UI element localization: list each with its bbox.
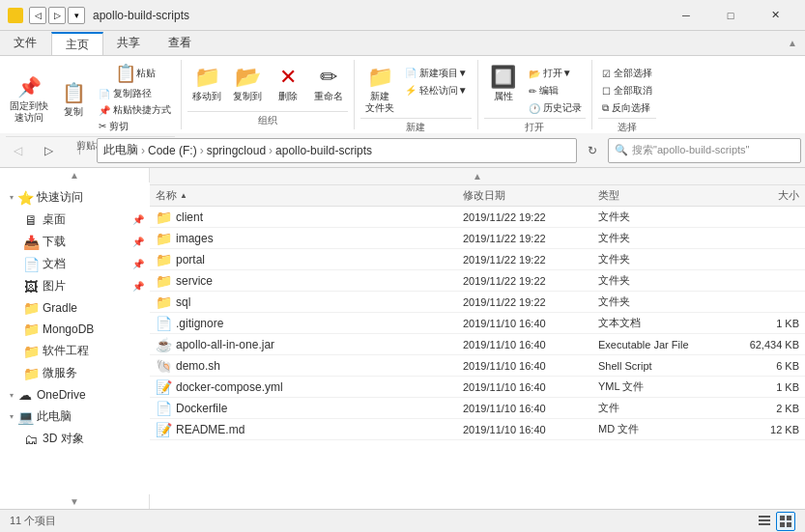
ribbon-collapse-btn[interactable]: ▲: [784, 36, 801, 50]
documents-icon: 📄: [23, 257, 39, 272]
sidebar-item-thispc[interactable]: ▾ 💻 此电脑: [0, 406, 150, 428]
col-header-size[interactable]: 大小: [728, 188, 805, 203]
ribbon-tab-share[interactable]: 共享: [103, 31, 155, 55]
ribbon-group-organize: 📁 移动到 📂 复制到 ✕ 删除 ✏ 重命名 组织: [182, 60, 355, 129]
file-size-cell: 2 KB: [728, 403, 805, 414]
sidebar-item-onedrive[interactable]: ▾ ☁ OneDrive: [0, 384, 150, 406]
sidebar-item-quick-access[interactable]: ▾ ⭐ 快速访问: [0, 186, 150, 209]
sidebar-item-documents[interactable]: 📄 文档 📌: [0, 253, 150, 275]
ribbon-btn-paste-shortcut[interactable]: 📌 粘贴快捷方式: [95, 102, 175, 118]
file-name: README.md: [176, 423, 244, 436]
file-type-cell: YML 文件: [592, 379, 728, 394]
3dobjects-icon: 🗂: [23, 432, 39, 447]
sidebar-item-mongodb[interactable]: 📁 MongoDB: [0, 319, 150, 340]
table-row[interactable]: 📁 client 2019/11/22 19:22 文件夹: [150, 207, 805, 228]
table-row[interactable]: ☕ apollo-all-in-one.jar 2019/11/10 16:40…: [150, 334, 805, 355]
new-folder-icon: 📁: [366, 64, 393, 91]
minimize-button[interactable]: ─: [664, 0, 708, 31]
up-button[interactable]: ↑: [66, 138, 93, 163]
ribbon-btn-edit[interactable]: ✏ 编辑: [525, 83, 586, 98]
table-row[interactable]: 📄 .gitignore 2019/11/10 16:40 文本文档 1 KB: [150, 313, 805, 334]
ribbon-btn-history[interactable]: 🕐 历史记录: [525, 100, 586, 116]
sidebar-item-software[interactable]: 📁 软件工程: [0, 340, 150, 362]
search-box[interactable]: 🔍 搜索"apollo-build-scripts": [608, 138, 801, 163]
ribbon-btn-copy[interactable]: 📋 复制: [54, 62, 93, 134]
sidebar-item-pictures[interactable]: 🖼 图片 📌: [0, 275, 150, 297]
list-view-btn[interactable]: [776, 512, 795, 531]
sidebar-scroll-up[interactable]: ▲: [0, 168, 149, 182]
table-row[interactable]: 📁 sql 2019/11/22 19:22 文件夹: [150, 292, 805, 313]
ribbon-btn-copyto[interactable]: 📂 复制到: [228, 62, 267, 104]
file-name: service: [176, 274, 213, 288]
table-row[interactable]: 📄 Dockerfile 2019/11/10 16:40 文件 2 KB: [150, 398, 805, 419]
app-icon: [8, 8, 23, 23]
ribbon-btn-invert-select[interactable]: ⧉ 反向选择: [598, 100, 654, 116]
quick-btn-back[interactable]: ◁: [29, 7, 46, 24]
ribbon-tab-view[interactable]: 查看: [155, 31, 206, 55]
address-box[interactable]: 此电脑 › Code (F:) › springcloud › apollo-b…: [97, 138, 577, 163]
refresh-button[interactable]: ↻: [581, 138, 604, 163]
close-button[interactable]: ✕: [753, 0, 797, 31]
file-name-cell: 📁 portal: [150, 252, 457, 267]
ribbon-btn-pin[interactable]: 📌 固定到快速访问: [6, 62, 52, 134]
history-icon: 🕐: [529, 103, 540, 114]
table-row[interactable]: 📁 portal 2019/11/22 19:22 文件夹: [150, 249, 805, 270]
sidebar-label-downloads: 下载: [43, 234, 66, 250]
file-name: .gitignore: [176, 317, 223, 330]
ribbon-tab-home[interactable]: 主页: [51, 32, 103, 55]
file-date-cell: 2019/11/22 19:22: [457, 211, 592, 223]
ribbon-btn-cut[interactable]: ✂ 剪切: [95, 119, 175, 134]
col-header-type[interactable]: 类型: [592, 188, 728, 203]
col-header-date[interactable]: 修改日期: [457, 188, 592, 203]
sort-arrow-indicator[interactable]: ▲: [473, 171, 482, 182]
maximize-button[interactable]: □: [708, 0, 753, 31]
file-name-cell: 📁 sql: [150, 294, 457, 310]
sidebar-scroll-down[interactable]: ▼: [0, 494, 149, 509]
sidebar-item-3dobjects[interactable]: 🗂 3D 对象: [0, 428, 150, 450]
ribbon-tab-file[interactable]: 文件: [0, 31, 51, 55]
back-button[interactable]: ◁: [4, 138, 31, 163]
file-type-cell: 文件夹: [592, 273, 728, 288]
ribbon-btn-properties[interactable]: 🔲 属性: [484, 62, 523, 104]
details-view-btn[interactable]: [755, 512, 774, 531]
ribbon-btn-copy-path[interactable]: 📄 复制路径: [95, 86, 175, 101]
table-row[interactable]: 📁 service 2019/11/22 19:22 文件夹: [150, 270, 805, 292]
sidebar-item-gradle[interactable]: 📁 Gradle: [0, 297, 150, 319]
sidebar-item-microservice[interactable]: 📁 微服务: [0, 362, 150, 384]
sidebar-label-3dobjects: 3D 对象: [43, 431, 84, 447]
sidebar-label-thispc: 此电脑: [37, 408, 72, 425]
ribbon-btn-easy-access[interactable]: ⚡ 轻松访问▼: [401, 83, 472, 98]
ribbon-btn-new-item[interactable]: 📄 新建项目▼: [401, 66, 472, 81]
table-row[interactable]: 🐚 demo.sh 2019/11/10 16:40 Shell Script …: [150, 355, 805, 377]
ribbon-btn-rename[interactable]: ✏ 重命名: [309, 62, 348, 104]
breadcrumb-code[interactable]: Code (F:): [148, 144, 197, 157]
ribbon-group-open: 🔲 属性 📂 打开▼ ✏ 编辑 🕐 历史记录 打开: [478, 60, 592, 129]
col-header-name[interactable]: 名称 ▲: [150, 188, 457, 203]
breadcrumb-springcloud[interactable]: springcloud: [207, 144, 266, 157]
title-bar: ◁ ▷ ▾ apollo-build-scripts ─ □ ✕: [0, 0, 805, 31]
file-name-cell: 📁 service: [150, 273, 457, 289]
breadcrumb-current[interactable]: apollo-build-scripts: [275, 144, 372, 157]
sidebar-label-gradle: Gradle: [43, 301, 77, 315]
file-size-cell: 6 KB: [728, 360, 805, 372]
file-type-cell: 文件: [592, 401, 728, 415]
ribbon-btn-deselect-all[interactable]: ☐ 全部取消: [598, 83, 656, 98]
sort-icon: ▲: [180, 191, 187, 200]
quick-btn-fwd[interactable]: ▷: [48, 7, 66, 24]
file-name: apollo-all-in-one.jar: [176, 338, 274, 351]
breadcrumb-computer[interactable]: 此电脑: [103, 142, 138, 158]
table-row[interactable]: 📝 docker-compose.yml 2019/11/10 16:40 YM…: [150, 377, 805, 398]
ribbon-btn-open[interactable]: 📂 打开▼: [525, 66, 586, 81]
ribbon-btn-paste[interactable]: 📋 粘贴: [95, 62, 175, 85]
sidebar-item-desktop[interactable]: 🖥 桌面 📌: [0, 209, 150, 231]
ribbon-btn-new-folder[interactable]: 📁 新建文件夹: [360, 62, 399, 116]
ribbon-btn-select-all[interactable]: ☑ 全部选择: [598, 66, 656, 81]
table-row[interactable]: 📁 images 2019/11/22 19:22 文件夹: [150, 228, 805, 249]
quick-btn-down[interactable]: ▾: [68, 7, 85, 24]
ribbon-btn-move[interactable]: 📁 移动到: [187, 62, 226, 104]
forward-button[interactable]: ▷: [35, 138, 62, 163]
file-date-cell: 2019/11/10 16:40: [457, 339, 592, 350]
sidebar-item-downloads[interactable]: 📥 下载 📌: [0, 231, 150, 253]
ribbon-btn-delete[interactable]: ✕ 删除: [269, 62, 307, 104]
table-row[interactable]: 📝 README.md 2019/11/10 16:40 MD 文件 12 KB: [150, 419, 805, 440]
